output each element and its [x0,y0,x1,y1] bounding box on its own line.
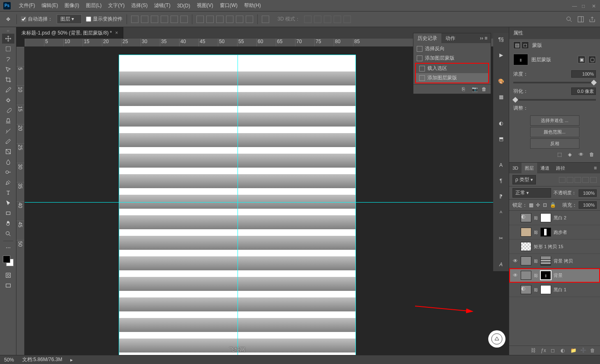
add-mask-icon[interactable]: ◻ [551,348,557,353]
layer-fx-icon[interactable]: ƒx [541,348,547,353]
add-vector-mask-icon[interactable]: ▢ [588,56,596,63]
history-item[interactable]: 选择反向 [413,44,491,53]
history-collapse-icon[interactable]: ›› ≡ [477,35,491,41]
dock-color-icon[interactable]: 🎨 [497,77,505,85]
filter-shape-icon[interactable] [582,177,589,183]
type-tool[interactable] [2,188,14,198]
document-tab[interactable]: 未标题-1.psd @ 50% (背景, 图层蒙版/8) * × [16,27,123,39]
healing-tool[interactable] [2,95,14,105]
align-hcenter-icon[interactable] [171,16,178,23]
visibility-toggle[interactable]: 👁 [512,258,518,264]
filter-smart-icon[interactable] [590,177,597,183]
visibility-toggle[interactable] [512,244,518,249]
edit-toolbar[interactable]: ⋯ [2,243,14,253]
feather-slider[interactable] [513,99,596,101]
align-vcenter-icon[interactable] [141,16,148,23]
filter-pixel-icon[interactable] [559,177,565,183]
gradient-tool[interactable] [2,147,14,157]
dock-paragraph-styles-icon[interactable]: ¶§ [497,35,505,44]
dock-styles-icon[interactable]: ⬒ [497,135,505,143]
zoom-tool[interactable] [2,229,14,239]
lock-artboard-icon[interactable]: ⊡ [543,202,549,208]
lock-pixels-icon[interactable]: ▦ [529,202,535,208]
layers-panel-menu-icon[interactable]: ≡ [591,165,600,171]
dock-type-icon[interactable]: A [497,260,505,269]
select-pixel-mask-icon[interactable]: ▣ [578,56,585,63]
color-swatches[interactable] [3,256,14,266]
doc-info-arrow[interactable]: ▸ [70,357,73,363]
mask-thumb[interactable] [540,256,551,265]
menu-select[interactable]: 选择(S) [128,2,151,9]
eyedropper-tool[interactable] [2,85,14,95]
auto-select-checkbox[interactable]: 自动选择： [21,16,53,23]
minimize-icon[interactable]: — [572,3,577,8]
lock-position-icon[interactable]: ✢ [536,202,542,208]
new-adjustment-icon[interactable]: ◐ [561,348,567,353]
new-snapshot-icon[interactable]: 📷 [472,86,478,92]
hand-tool[interactable] [2,219,14,228]
pen-tool[interactable] [2,177,14,187]
invert-button[interactable]: 反相 [530,138,579,149]
filter-adjust-icon[interactable] [567,177,573,183]
quick-select-tool[interactable] [2,65,14,74]
workspace-icon[interactable] [577,16,584,23]
lasso-tool[interactable] [2,54,14,64]
rectangle-tool[interactable] [2,208,14,218]
distribute-left-icon[interactable] [226,16,233,23]
distribute-top-icon[interactable] [196,16,204,23]
auto-align-icon[interactable] [262,16,269,23]
blur-tool[interactable] [2,157,14,167]
align-bottom-icon[interactable] [151,16,158,23]
new-group-icon[interactable]: 📁 [570,348,577,353]
show-transform-checkbox[interactable]: 显示变换控件 [86,16,122,23]
link-icon[interactable]: ⛓ [534,216,538,220]
opacity-input[interactable] [579,189,597,197]
visibility-toggle[interactable] [512,215,518,221]
layer-row[interactable]: 👁 ⛓ || 背景 [509,268,600,283]
pixel-mask-icon[interactable]: ▤ [513,41,521,49]
dock-brush-settings-icon[interactable]: ✂ [497,234,505,242]
adjustment-thumb[interactable]: ◐ [521,213,531,222]
layer-row[interactable]: 👁 ⛓ 背景 拷贝 [509,254,600,268]
tab-3d[interactable]: 3D [509,163,522,173]
layer-row[interactable]: ◐ ⛓ 黑白 2 [509,211,600,225]
feather-input[interactable] [571,88,596,95]
layer-row[interactable]: ⛓ 跑步者 [509,225,600,240]
mask-thumb[interactable] [540,213,551,222]
maximize-icon[interactable]: □ [582,3,587,8]
menu-file[interactable]: 文件(F) [16,2,38,9]
marquee-tool[interactable] [2,44,14,54]
delete-layer-icon[interactable]: 🗑 [590,348,597,353]
menu-image[interactable]: 图像(I) [61,2,82,9]
doc-info[interactable]: 文档:5.86M/76.3M [22,356,62,363]
menu-type[interactable]: 文字(Y) [105,2,128,9]
tab-layers[interactable]: 图层 [522,163,537,173]
tab-channels[interactable]: 通道 [537,163,553,173]
search-icon[interactable] [565,16,573,23]
move-tool[interactable] [2,34,14,44]
layer-row[interactable]: ◐ ⛓ 黑白 1 [509,283,600,297]
zoom-value[interactable]: 50% [4,357,14,363]
filter-type-icon[interactable] [575,177,581,183]
mask-thumb[interactable] [540,285,551,294]
distribute-vcenter-icon[interactable] [206,16,214,23]
density-input[interactable] [571,70,596,78]
link-icon[interactable]: ⛓ [534,273,538,278]
tab-close-icon[interactable]: × [115,30,118,36]
mask-thumbnail[interactable]: || [513,54,528,65]
dock-play-icon[interactable]: ▶ [497,51,505,59]
dock-swatches-icon[interactable]: ▦ [497,93,505,101]
vector-mask-icon[interactable]: ◻ [522,41,529,49]
toggle-mask-icon[interactable]: 👁 [579,152,585,157]
select-and-mask-button[interactable]: 选择并遮住 ... [530,115,579,126]
distribute-right-icon[interactable] [246,16,253,23]
dock-character-icon[interactable]: A [497,161,505,169]
visibility-toggle[interactable] [512,229,518,235]
link-layers-icon[interactable]: ⛓ [531,348,538,353]
menu-filter[interactable]: 滤镜(T) [151,2,173,9]
tab-paths[interactable]: 路径 [553,163,568,173]
link-icon[interactable]: ⛓ [534,259,538,263]
layer-thumb[interactable] [521,242,531,251]
layer-thumb[interactable] [521,271,531,280]
path-select-tool[interactable] [2,198,14,208]
